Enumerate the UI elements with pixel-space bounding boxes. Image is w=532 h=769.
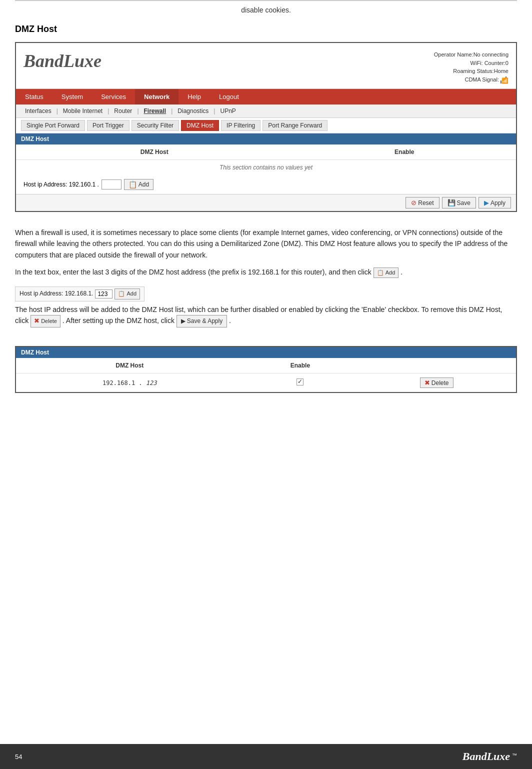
subnav2-port-range-forward[interactable]: Port Range Forward — [262, 120, 328, 131]
inline-add-icon: 📋 — [377, 268, 384, 278]
router-header: BandLuxe Operator Name:No connecting WiF… — [16, 43, 516, 89]
demo-add-icon: 📋 — [118, 290, 125, 298]
subnav-sep2: | — [106, 106, 110, 116]
dmz-host-heading: DMZ Host — [0, 24, 532, 42]
dmz-no-values: This section contains no values yet — [16, 160, 516, 176]
nav-item-status[interactable]: Status — [16, 89, 52, 104]
dmz-table2-header-host: DMZ Host — [16, 358, 244, 374]
dmz-section-header: DMZ Host — [16, 134, 516, 144]
demo-ip-label: Host ip Address: 192.168.1. — [20, 289, 93, 298]
subnav-mobile-internet[interactable]: Mobile Internet — [59, 106, 106, 116]
roaming-status-text: Roaming Status:Home — [453, 68, 508, 74]
nav-item-system[interactable]: System — [52, 89, 92, 104]
dmz-box2: DMZ Host DMZ Host Enable 192.168.1 . 123… — [15, 346, 517, 393]
nav-bar: Status System Services Network Help Logo… — [16, 89, 516, 104]
host-ip-row: Host ip Address: 192.160.1 . 📋 Add — [16, 175, 516, 194]
footer-spacer — [0, 400, 532, 440]
reset-button[interactable]: ⊘ Reset — [406, 197, 439, 208]
para1: When a firewall is used, it is sometimes… — [15, 227, 517, 260]
subnav-diagnostics[interactable]: Diagnostics — [174, 106, 212, 116]
save-apply-button[interactable]: ▶ Save & Apply — [176, 315, 227, 328]
page-number: 54 — [15, 753, 22, 760]
subnav2-single-port-forward[interactable]: Single Port Forward — [21, 120, 85, 131]
disable-cookies-text: disable cookies. — [0, 1, 532, 24]
nav-item-services[interactable]: Services — [92, 89, 135, 104]
body-text-section: When a firewall is used, it is sometimes… — [0, 222, 532, 338]
router-footer: ⊘ Reset 💾 Save ▶ Apply — [16, 194, 516, 211]
dmz-table2-header-enable: Enable — [244, 358, 358, 374]
bandluxe-logo: BandLuxe — [24, 50, 102, 72]
inline-delete-icon: ✖ — [34, 316, 40, 326]
host-ip-input[interactable] — [102, 180, 122, 190]
subnav-upnp[interactable]: UPnP — [216, 106, 240, 116]
subnav2-port-trigger[interactable]: Port Trigger — [87, 120, 130, 131]
subnav-sep4: | — [170, 106, 174, 116]
footer-bandluxe-logo: BandLuxe — [462, 750, 510, 762]
subnav-firewall[interactable]: Firewall — [140, 106, 170, 116]
subnav-router[interactable]: Router — [110, 106, 136, 116]
dmz-table2: DMZ Host Enable 192.168.1 . 123 ✖ Delete — [16, 358, 516, 392]
subnav-sep5: | — [212, 106, 216, 116]
cdma-signal-text: CDMA Signal: — [464, 76, 500, 82]
router-ui-box: BandLuxe Operator Name:No connecting WiF… — [15, 42, 517, 212]
apply-icon: ▶ — [484, 199, 489, 206]
dmz-row-ip: 192.168.1 . 123 — [16, 374, 244, 392]
para2: In the text box, enter the last 3 digits… — [15, 266, 517, 278]
subnav2-ip-filtering[interactable]: IP Filtering — [221, 120, 260, 131]
dmz-table-row: 192.168.1 . 123 ✖ Delete — [16, 374, 516, 392]
dmz-table-header-host: DMZ Host — [16, 144, 293, 160]
nav-item-network[interactable]: Network — [135, 89, 178, 104]
nav-item-help[interactable]: Help — [178, 89, 210, 104]
subnav-sep3: | — [136, 106, 140, 116]
subnav2-bar: Single Port Forward Port Trigger Securit… — [16, 118, 516, 134]
subnav2-security-filter[interactable]: Security Filter — [132, 120, 179, 131]
operator-name-text: Operator Name:No connecting — [434, 52, 508, 58]
host-ip-label: Host ip Address: 192.160.1 . — [24, 181, 99, 188]
save-apply-icon: ▶ — [181, 316, 186, 326]
operator-info: Operator Name:No connecting WiFi: Counte… — [434, 50, 508, 84]
nav-item-logout[interactable]: Logout — [210, 89, 248, 104]
subnav2-dmz-host[interactable]: DMZ Host — [181, 120, 219, 131]
dmz-box2-header: DMZ Host — [16, 347, 516, 358]
dmz-row-delete: ✖ Delete — [357, 374, 516, 392]
dmz-table2-header-action — [357, 358, 516, 374]
subnav-bar: Interfaces | Mobile Internet | Router | … — [16, 104, 516, 118]
signal-icon: 📶 — [500, 76, 508, 84]
demo-add-button[interactable]: 📋 Add — [114, 288, 140, 300]
para2-period: . — [400, 268, 402, 276]
page-footer: 54 BandLuxe ™ — [0, 744, 532, 769]
trademark-symbol: ™ — [512, 752, 517, 758]
para3: The host IP address will be added to the… — [15, 304, 517, 328]
dmz-row-enable — [244, 374, 358, 392]
delete-icon: ✖ — [424, 379, 430, 386]
delete-button[interactable]: ✖ Delete — [420, 378, 454, 388]
inline-delete-button[interactable]: ✖ Delete — [30, 315, 60, 328]
wifi-counter-text: WiFi: Counter:0 — [470, 60, 508, 66]
reset-icon: ⊘ — [411, 199, 416, 206]
host-ip-demo: Host ip Address: 192.168.1. 📋 Add — [15, 286, 144, 302]
enable-checkbox[interactable] — [296, 378, 304, 386]
dmz-table-header-enable: Enable — [293, 144, 516, 160]
demo-input[interactable] — [95, 290, 112, 298]
para3-end: . — [229, 317, 231, 325]
subnav-interfaces[interactable]: Interfaces — [21, 106, 56, 116]
subnav-sep1: | — [56, 106, 59, 116]
inline-add-button[interactable]: 📋 Add — [374, 268, 399, 278]
dmz-table: DMZ Host Enable This section contains no… — [16, 144, 516, 175]
para2-prefix: In the text box, enter the last 3 digits… — [15, 268, 374, 276]
para3-suffix: . After setting up the DMZ host, click — [62, 317, 176, 325]
apply-button[interactable]: ▶ Apply — [478, 197, 511, 208]
footer-logo-container: BandLuxe ™ — [462, 750, 517, 763]
add-icon: 📋 — [128, 180, 137, 188]
save-icon: 💾 — [448, 199, 456, 206]
add-button[interactable]: 📋 Add — [124, 179, 154, 190]
save-button[interactable]: 💾 Save — [442, 197, 476, 208]
